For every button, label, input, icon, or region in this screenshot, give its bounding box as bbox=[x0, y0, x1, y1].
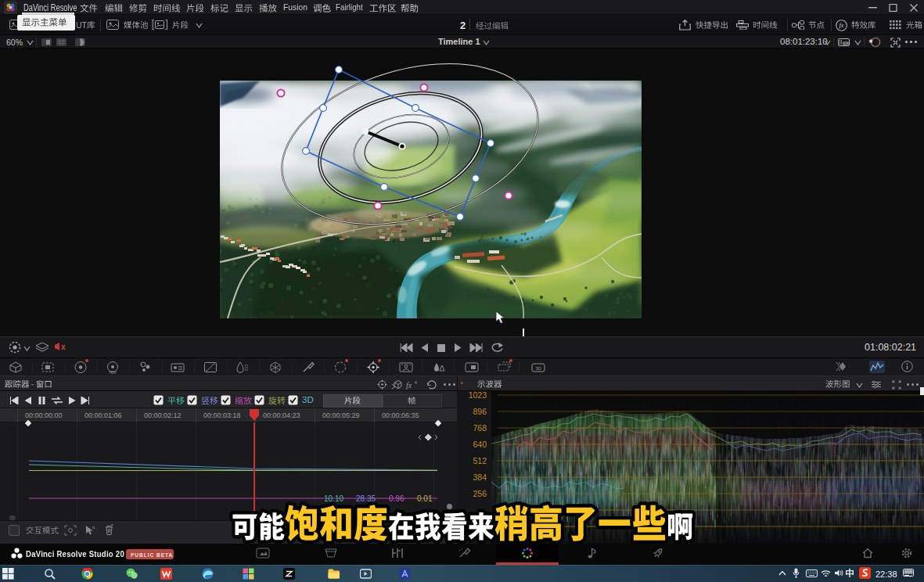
svg-text:fx: fx bbox=[840, 22, 844, 29]
svg-text:3D: 3D bbox=[535, 366, 541, 371]
svg-text:HQ: HQ bbox=[843, 42, 848, 45]
svg-text:HDR: HDR bbox=[109, 371, 117, 375]
svg-text:+: + bbox=[140, 361, 142, 366]
svg-text:fx: fx bbox=[406, 381, 412, 390]
